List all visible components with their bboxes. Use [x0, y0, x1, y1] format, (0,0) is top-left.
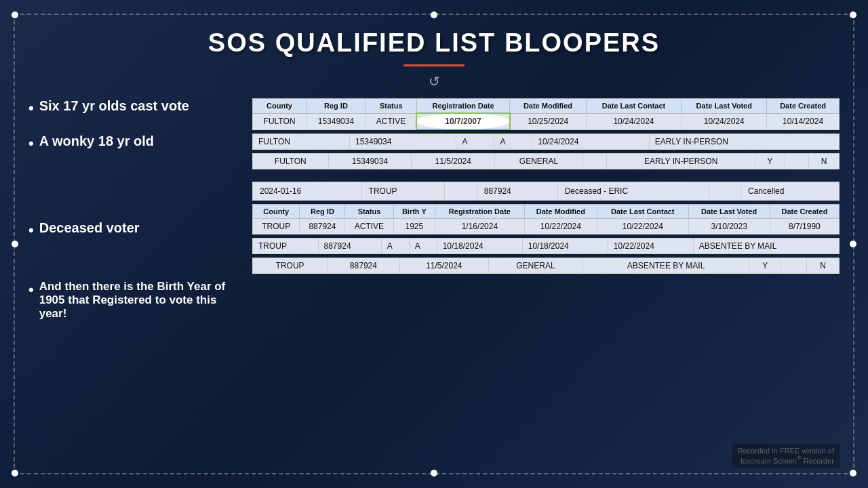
- corner-handle-br[interactable]: [850, 470, 856, 476]
- col-county: County: [253, 99, 307, 114]
- table-row-1: FULTON 15349034 ACTIVE 10/7/2007 10/25/2…: [253, 113, 840, 129]
- cell-county-6: TROUP: [253, 258, 328, 274]
- col-status-4: Status: [345, 205, 393, 219]
- bullet-18yr: • A wonky 18 yr old: [28, 134, 239, 152]
- watermark: Recorded in FREE version of Icecream Scr…: [732, 444, 840, 468]
- cell-datecreated: 10/14/2024: [767, 113, 840, 129]
- watermark-line3: Recorder: [804, 457, 834, 465]
- cell-date-6: 11/5/2024: [399, 258, 488, 274]
- cell-y-6: Y: [749, 258, 781, 274]
- cell-county-4: TROUP: [253, 219, 300, 235]
- cell-regid-2: 15349034: [349, 134, 456, 150]
- slide-title: SOS QUALIFIED LIST BLOOPERS: [15, 15, 853, 64]
- cell-n-6: N: [807, 258, 840, 274]
- cell-status-5: A: [381, 239, 409, 254]
- table-row-deceased: 2024-01-16 TROUP 887924 Deceased - ERIC …: [253, 182, 840, 201]
- cell-datelastcontact: 10/24/2024: [586, 113, 682, 129]
- table-row-troup: TROUP 887924 ACTIVE 1925 1/16/2024 10/22…: [253, 219, 840, 235]
- cell-status2-2: A: [494, 134, 532, 150]
- cell-datemod-4: 10/22/2024: [524, 219, 597, 235]
- table-row-vote-2: TROUP 887924 11/5/2024 GENERAL ABSENTEE …: [253, 258, 840, 274]
- col-regdate: Registration Date: [416, 99, 509, 114]
- content-area: • Six 17 yr olds cast vote • A wonky 18 …: [15, 95, 853, 340]
- corner-handle-tl[interactable]: [12, 12, 18, 18]
- tables-area: County Reg ID Status Registration Date D…: [252, 98, 840, 337]
- col-datelastcontact-4: Date Last Contact: [597, 205, 688, 219]
- table-row-vote-1: FULTON 15349034 11/5/2024 GENERAL EARLY …: [253, 154, 840, 169]
- col-birthy-4: Birth Y: [393, 205, 435, 219]
- cell-status-4: ACTIVE: [345, 219, 393, 235]
- cell-date2-5: 10/18/2024: [522, 239, 608, 254]
- cell-date-3: 11/5/2024: [412, 154, 495, 169]
- bullet-dot-1: •: [28, 100, 34, 117]
- cell-status-2: A: [456, 134, 494, 150]
- cell-dec-name: Deceased - ERIC: [557, 182, 709, 201]
- activity-table-1: FULTON 15349034 A A 10/24/2024 EARLY IN-…: [252, 134, 840, 150]
- cell-regid: 15349034: [307, 113, 366, 129]
- col-datemod-4: Date Modified: [524, 205, 597, 219]
- cell-y-3: Y: [755, 154, 785, 169]
- corner-handle-mr[interactable]: [850, 241, 856, 247]
- cell-n-3: N: [809, 154, 840, 169]
- registration-table-1: County Reg ID Status Registration Date D…: [252, 98, 840, 130]
- cell-date-5: 10/18/2024: [437, 239, 522, 254]
- bullet-17yr: • Six 17 yr olds cast vote: [28, 98, 239, 117]
- cell-regdate-highlighted: 10/7/2007: [416, 113, 509, 129]
- cell-county: FULTON: [253, 113, 307, 129]
- watermark-line2: Icecream Screen: [741, 457, 797, 465]
- deceased-table: 2024-01-16 TROUP 887924 Deceased - ERIC …: [252, 182, 840, 201]
- col-regid: Reg ID: [307, 99, 366, 114]
- table-row-activity-2: TROUP 887924 A A 10/18/2024 10/18/2024 1…: [253, 239, 840, 254]
- section-deceased: 2024-01-16 TROUP 887924 Deceased - ERIC …: [252, 182, 840, 274]
- corner-handle-tm[interactable]: [431, 12, 437, 18]
- col-datecreated: Date Created: [767, 99, 840, 114]
- cell-type-3: GENERAL: [495, 154, 583, 169]
- corner-handle-tr[interactable]: [850, 12, 856, 18]
- watermark-line1: Recorded in FREE version of: [738, 447, 834, 455]
- cell-empty-3: [583, 154, 607, 169]
- refresh-icon: ↺: [15, 73, 853, 89]
- slide-container: SOS QUALIFIED LIST BLOOPERS ↺ • Six 17 y…: [14, 14, 854, 474]
- cell-birthy-4: 1925: [393, 219, 435, 235]
- col-regdate-4: Registration Date: [435, 205, 524, 219]
- cell-date-2: 10/24/2024: [532, 134, 649, 150]
- cell-regid-5: 887924: [318, 239, 381, 254]
- col-status: Status: [366, 99, 416, 114]
- bullet-dot-2: •: [28, 135, 34, 152]
- cell-method-3: EARLY IN-PERSON: [607, 154, 755, 169]
- col-datelastcontact: Date Last Contact: [586, 99, 682, 114]
- cell-datelastcontact-4: 10/22/2024: [597, 219, 688, 235]
- bullet-points: • Six 17 yr olds cast vote • A wonky 18 …: [28, 98, 239, 337]
- corner-handle-bm[interactable]: [431, 470, 437, 476]
- vote-table-2: TROUP 887924 11/5/2024 GENERAL ABSENTEE …: [252, 258, 840, 274]
- cell-empty-6: [781, 258, 807, 274]
- watermark-reg: ®: [797, 455, 802, 462]
- cell-datemod: 10/25/2024: [510, 113, 586, 129]
- cell-empty2-3: [785, 154, 809, 169]
- cell-dec-empty2: [709, 182, 741, 201]
- cell-dec-empty: [445, 182, 477, 201]
- cell-dec-county: TROUP: [361, 182, 445, 201]
- cell-regid-3: 15349034: [328, 154, 412, 169]
- cell-status2-5: A: [409, 239, 437, 254]
- cell-county-3: FULTON: [253, 154, 329, 169]
- cell-regdate-4: 1/16/2024: [435, 219, 524, 235]
- cell-method-2: EARLY IN-PERSON: [649, 134, 839, 150]
- title-underline: [403, 64, 465, 66]
- bullet-deceased: • Deceased voter: [28, 220, 239, 239]
- cell-dec-status: Cancelled: [741, 182, 840, 201]
- corner-handle-bl[interactable]: [12, 470, 18, 476]
- registration-table-2: County Reg ID Status Birth Y Registratio…: [252, 204, 840, 235]
- corner-handle-ml[interactable]: [12, 241, 18, 247]
- cell-type-6: GENERAL: [489, 258, 583, 274]
- col-datemod: Date Modified: [510, 99, 586, 114]
- activity-table-2: TROUP 887924 A A 10/18/2024 10/18/2024 1…: [252, 238, 840, 254]
- cell-dec-regid: 887924: [477, 182, 557, 201]
- cell-datelastvoted-4: 3/10/2023: [688, 219, 770, 235]
- col-datelastvoted: Date Last Voted: [682, 99, 767, 114]
- cell-county-5: TROUP: [253, 239, 319, 254]
- cell-date3-5: 10/22/2024: [608, 239, 693, 254]
- cell-dec-date: 2024-01-16: [253, 182, 362, 201]
- bullet-dot-3: •: [28, 222, 34, 239]
- col-regid-4: Reg ID: [300, 205, 345, 219]
